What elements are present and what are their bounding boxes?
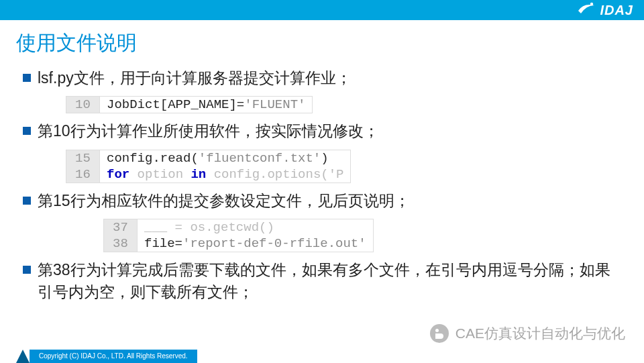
line-number: 37 xyxy=(104,219,138,236)
svg-point-0 xyxy=(590,3,593,5)
bullet-text: 第10行为计算作业所使用软件，按实际情况修改； xyxy=(38,120,379,142)
bullet-item: 第10行为计算作业所使用软件，按实际情况修改； xyxy=(23,120,621,142)
code-snippet-1: 10 JobDict[APP_NAME]='FLUENT' xyxy=(66,96,313,113)
copyright: Copyright (C) IDAJ Co., LTD. All Rights … xyxy=(30,350,197,363)
content-area: lsf.py文件，用于向计算服务器提交计算作业； 10 JobDict[APP_… xyxy=(23,67,621,309)
watermark: CAE仿真设计自动化与优化 xyxy=(430,324,625,343)
code-snippet-2: 15 config.read('fluentconf.txt') 16 for … xyxy=(66,150,351,183)
code-line: file='report-def-0-rfile.out' xyxy=(138,236,373,252)
watermark-text: CAE仿真设计自动化与优化 xyxy=(455,324,625,343)
line-number: 16 xyxy=(66,166,100,183)
slide-title: 使用文件说明 xyxy=(16,30,137,57)
logo-swoosh-icon xyxy=(577,1,596,19)
bullet-square-icon xyxy=(23,74,31,82)
bullet-square-icon xyxy=(23,127,31,135)
code-snippet-3: 37 ___ = os.getcwd() 38 file='report-def… xyxy=(103,219,374,252)
code-line: JobDict[APP_NAME]='FLUENT' xyxy=(100,97,312,113)
bullet-text: 第15行为相应软件的提交参数设定文件，见后页说明； xyxy=(38,190,410,212)
bullet-text: lsf.py文件，用于向计算服务器提交计算作业； xyxy=(38,67,352,89)
bullet-item: 第38行为计算完成后需要下载的文件，如果有多个文件，在引号内用逗号分隔；如果引号… xyxy=(23,259,621,304)
bullet-square-icon xyxy=(23,197,31,205)
code-line: for option in config.options('P xyxy=(100,166,350,183)
wechat-icon xyxy=(430,324,449,343)
line-number: 15 xyxy=(66,150,100,166)
topbar xyxy=(0,0,644,20)
line-number: 38 xyxy=(104,236,138,252)
brand-text: IDAJ xyxy=(600,3,633,18)
brand-logo: IDAJ xyxy=(577,1,633,19)
bullet-text: 第38行为计算完成后需要下载的文件，如果有多个文件，在引号内用逗号分隔；如果引号… xyxy=(38,259,621,304)
bullet-square-icon xyxy=(23,266,31,274)
code-line: config.read('fluentconf.txt') xyxy=(100,150,335,166)
bullet-item: lsf.py文件，用于向计算服务器提交计算作业； xyxy=(23,67,621,89)
line-number: 10 xyxy=(66,97,100,113)
code-line: ___ = os.getcwd() xyxy=(138,219,281,236)
bullet-item: 第15行为相应软件的提交参数设定文件，见后页说明； xyxy=(23,190,621,212)
footer-triangle-icon xyxy=(16,350,30,363)
